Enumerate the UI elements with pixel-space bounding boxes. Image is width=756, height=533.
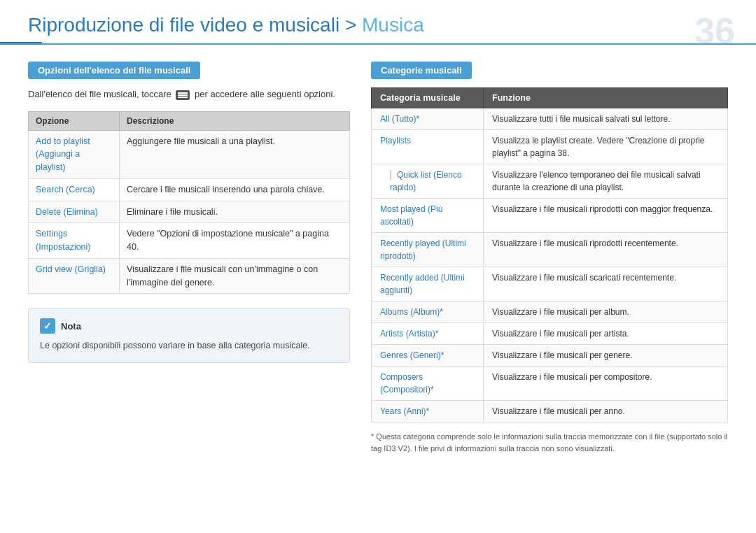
options-table: Opzione Descrizione Add to playlist (Agg… xyxy=(28,111,350,294)
option-name: Delete (Elimina) xyxy=(29,201,120,223)
note-text: Le opzioni disponibili possono variare i… xyxy=(40,339,338,353)
right-column: Categorie musicali Categoria musicale Fu… xyxy=(371,62,728,454)
table-row: Composers (Compositori)* Visualizzare i … xyxy=(372,367,728,401)
cat-subfunc: Visualizzare l'elenco temporaneo dei fil… xyxy=(484,164,728,199)
cat-name: Artists (Artista)* xyxy=(372,323,484,345)
table-row: Years (Anni)* Visualizzare i file musica… xyxy=(372,401,728,422)
option-desc: Aggiungere file musicali a una playlist. xyxy=(120,130,350,178)
table-row: Recently played (Ultimi riprodotti) Visu… xyxy=(372,233,728,267)
note-header: ✓ Nota xyxy=(40,318,338,334)
table-row: Playlists Visualizza le playlist create.… xyxy=(372,130,728,164)
cat-func: Visualizzare i file musicali scaricati r… xyxy=(484,267,728,301)
note-box: ✓ Nota Le opzioni disponibili possono va… xyxy=(28,308,350,363)
cat-name: Recently played (Ultimi riprodotti) xyxy=(372,233,484,267)
table-row: Settings (Impostazioni) Vedere "Opzioni … xyxy=(29,223,350,259)
cat-func: Visualizza le playlist create. Vedere "C… xyxy=(484,130,728,164)
footnote: * Questa categoria comprende solo le inf… xyxy=(371,431,728,454)
intro-text: Dall'elenco dei file musicali, toccare p… xyxy=(28,87,350,101)
page-header: Riproduzione di file video e musicali > … xyxy=(0,0,756,45)
option-name: Add to playlist (Aggiungi a playlist) xyxy=(29,130,120,178)
cat-func: Visualizzare i file musicali riprodotti … xyxy=(484,199,728,233)
cat-name: Composers (Compositori)* xyxy=(372,367,484,401)
table-row: Most played (Più ascoltati) Visualizzare… xyxy=(372,199,728,233)
table-row: Quick list (Elenco rapido) Visualizzare … xyxy=(372,164,728,199)
cat-name: Playlists xyxy=(372,130,484,164)
cat-name: Years (Anni)* xyxy=(372,401,484,422)
table-row: Genres (Generi)* Visualizzare i file mus… xyxy=(372,345,728,367)
table-row: Artists (Artista)* Visualizzare i file m… xyxy=(372,323,728,345)
table-row: Delete (Elimina) Eliminare i file musica… xyxy=(29,201,350,223)
right-section-badge: Categorie musicali xyxy=(371,62,472,79)
table-row: Albums (Album)* Visualizzare i file musi… xyxy=(372,301,728,323)
cat-name: Albums (Album)* xyxy=(372,301,484,323)
page-title: Riproduzione di file video e musicali > … xyxy=(28,14,728,36)
options-col2-header: Descrizione xyxy=(120,111,350,130)
categories-table: Categoria musicale Funzione All (Tutto)*… xyxy=(371,87,728,422)
cat-subname: Quick list (Elenco rapido) xyxy=(372,164,484,199)
option-name: Search (Cerca) xyxy=(29,178,120,201)
header-line xyxy=(0,42,42,43)
note-icon: ✓ xyxy=(40,318,55,334)
cat-func: Visualizzare i file musicali per artista… xyxy=(484,323,728,345)
cat-func: Visualizzare i file musicali per genere. xyxy=(484,345,728,367)
left-section-badge: Opzioni dell'elenco dei file musicali xyxy=(28,62,200,79)
left-column: Opzioni dell'elenco dei file musicali Da… xyxy=(28,62,350,454)
option-name: Settings (Impostazioni) xyxy=(29,223,120,259)
cat-func: Visualizzare i file musicali per composi… xyxy=(484,367,728,401)
note-title: Nota xyxy=(61,321,81,332)
main-content: Opzioni dell'elenco dei file musicali Da… xyxy=(0,62,756,454)
table-row: Search (Cerca) Cercare i file musicali i… xyxy=(29,178,350,201)
cat-func: Visualizzare i file musicali riprodotti … xyxy=(484,233,728,267)
table-row: Recently added (Ultimi aggiunti) Visuali… xyxy=(372,267,728,301)
option-desc: Cercare i file musicali inserendo una pa… xyxy=(120,178,350,201)
cat-name: All (Tutto)* xyxy=(372,108,484,130)
table-row: Add to playlist (Aggiungi a playlist) Ag… xyxy=(29,130,350,178)
option-desc: Visualizzare i file musicali con un'imma… xyxy=(120,258,350,294)
cat-func: Visualizzare i file musicali per anno. xyxy=(484,401,728,422)
cat-name: Recently added (Ultimi aggiunti) xyxy=(372,267,484,301)
option-desc: Eliminare i file musicali. xyxy=(120,201,350,223)
table-row: All (Tutto)* Visualizzare tutti i file m… xyxy=(372,108,728,130)
option-name: Grid view (Griglia) xyxy=(29,258,120,294)
cat-col1-header: Categoria musicale xyxy=(372,88,484,108)
cat-func: Visualizzare tutti i file musicali salva… xyxy=(484,108,728,130)
options-col1-header: Opzione xyxy=(29,111,120,130)
cat-name: Most played (Più ascoltati) xyxy=(372,199,484,233)
cat-col2-header: Funzione xyxy=(484,88,728,108)
option-desc: Vedere "Opzioni di impostazione musicale… xyxy=(120,223,350,259)
cat-func: Visualizzare i file musicali per album. xyxy=(484,301,728,323)
cat-name: Genres (Generi)* xyxy=(372,345,484,367)
table-row: Grid view (Griglia) Visualizzare i file … xyxy=(29,258,350,294)
